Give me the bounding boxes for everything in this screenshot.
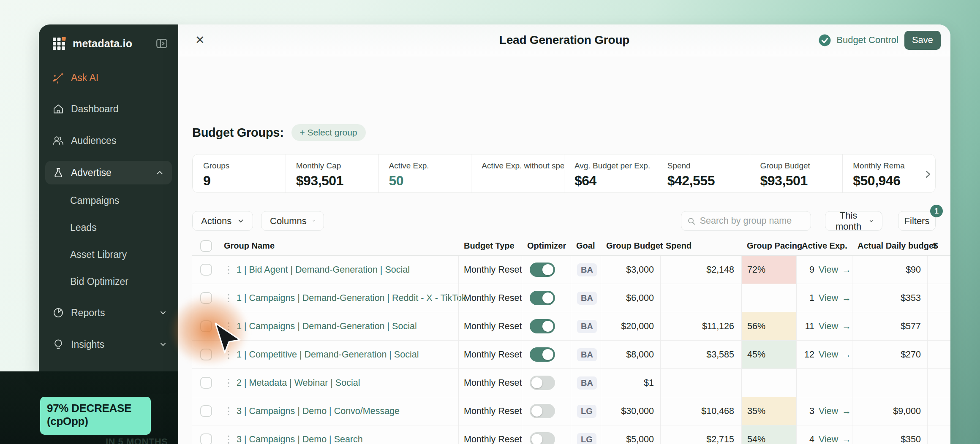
search-input[interactable]: [700, 216, 805, 226]
group-pacing-cell: 54%: [741, 425, 796, 444]
column-header[interactable]: Budget Type: [458, 241, 522, 251]
stat-label: Group Budget: [760, 161, 838, 171]
home-icon: [52, 103, 64, 115]
sidebar-item-label: Insights: [71, 339, 104, 350]
drag-handle-icon[interactable]: ⋮: [220, 369, 237, 397]
drag-handle-icon[interactable]: ⋮: [220, 284, 237, 312]
close-icon[interactable]: ✕: [195, 35, 205, 46]
group-name-link[interactable]: 2 | Metadata | Webinar | Social: [237, 378, 360, 388]
optimizer-toggle[interactable]: [530, 263, 555, 277]
column-header[interactable]: Optimizer: [522, 241, 571, 251]
sidebar-item-audiences[interactable]: Audiences: [39, 130, 178, 152]
column-header[interactable]: Active Exp.: [796, 241, 852, 251]
stat-value: 50: [389, 173, 467, 189]
actions-dropdown[interactable]: Actions: [192, 211, 253, 231]
columns-dropdown[interactable]: Columns: [261, 211, 324, 231]
drag-handle-icon[interactable]: ⋮: [220, 312, 237, 340]
metadata-grid-logo-icon: [52, 37, 66, 50]
group-name-link[interactable]: 1 | Campaigns | Demand-Generation | Redd…: [237, 293, 466, 303]
search-box[interactable]: [681, 211, 811, 231]
stats-scroll-right-icon[interactable]: [924, 170, 932, 179]
select-group-button[interactable]: + Select group: [291, 124, 366, 141]
column-header[interactable]: Actual Daily budget: [852, 241, 927, 251]
row-checkbox[interactable]: [200, 433, 212, 444]
stat-value: 9: [203, 173, 281, 189]
sidebar-item-reports[interactable]: Reports: [39, 302, 178, 324]
column-header[interactable]: Group Budget: [601, 241, 660, 251]
row-checkbox[interactable]: [200, 264, 212, 276]
stat-card: Group Budget $93,501: [750, 154, 843, 192]
group-name-link[interactable]: 3 | Campaigns | Demo | Convo/Message: [237, 406, 400, 417]
toggle-knob: [542, 292, 553, 303]
view-link[interactable]: View →: [819, 349, 851, 360]
budget-type-cell: Monthly Reset: [458, 341, 522, 368]
budget-type-cell: Monthly Reset: [458, 397, 522, 425]
sidebar-item-campaigns[interactable]: Campaigns: [39, 190, 178, 211]
optimizer-toggle[interactable]: [530, 432, 555, 444]
row-checkbox[interactable]: [200, 377, 212, 389]
budget-control-link[interactable]: Budget Control: [836, 35, 898, 46]
spend-cell: $11,126: [660, 312, 741, 340]
view-link[interactable]: View →: [819, 265, 851, 275]
sidebar-item-label: Reports: [71, 307, 105, 319]
sidebar-item-dashboard[interactable]: Dashboard: [39, 98, 178, 120]
budget-type-cell: Monthly Reset: [458, 369, 522, 397]
panel-body: Budget Groups: + Select group Groups 9 M…: [178, 125, 950, 444]
view-link[interactable]: View →: [819, 434, 851, 444]
column-header[interactable]: Goal: [571, 241, 601, 251]
stat-label: Avg. Budget per Exp.: [574, 161, 653, 171]
optimizer-toggle[interactable]: [530, 291, 555, 305]
view-link[interactable]: View →: [819, 293, 851, 303]
stat-label: Spend: [667, 161, 746, 171]
column-header[interactable]: Group Pacing: [741, 241, 796, 251]
optimizer-toggle[interactable]: [530, 347, 555, 362]
group-name-link[interactable]: 1 | Bid Agent | Demand-Generation | Soci…: [237, 265, 410, 275]
row-checkbox[interactable]: [200, 292, 212, 304]
sidebar-item-label: Audiences: [71, 135, 116, 146]
stat-value: $93,501: [760, 173, 838, 189]
select-all-checkbox[interactable]: [200, 240, 212, 252]
row-checkbox[interactable]: [200, 405, 212, 417]
sidebar-item-bid-optimizer[interactable]: Bid Optimizer: [39, 271, 178, 292]
group-budget-cell: $1: [601, 369, 660, 397]
drag-handle-icon[interactable]: ⋮: [220, 425, 237, 444]
column-header[interactable]: S: [927, 241, 950, 251]
collapse-sidebar-icon[interactable]: [155, 37, 168, 50]
goal-badge: BA: [577, 348, 597, 361]
period-dropdown[interactable]: This month: [825, 211, 882, 231]
row-checkbox[interactable]: [200, 320, 212, 332]
view-link[interactable]: View →: [819, 406, 851, 417]
column-header[interactable]: Spend: [660, 241, 741, 251]
group-name-link[interactable]: 1 | Competitive | Demand-Generation | So…: [237, 349, 419, 360]
optimizer-toggle[interactable]: [530, 319, 555, 333]
arrow-right-icon: →: [842, 434, 851, 444]
filters-button[interactable]: Filters: [898, 211, 936, 231]
logo-row: metadata.io: [39, 34, 178, 53]
budget-type-cell: Monthly Reset: [458, 425, 522, 444]
optimizer-toggle[interactable]: [530, 404, 555, 418]
drag-handle-icon[interactable]: ⋮: [220, 341, 237, 368]
sidebar-item-insights[interactable]: Insights: [39, 333, 178, 355]
group-pacing-cell: 56%: [741, 312, 796, 340]
extra-column-cell: [927, 284, 950, 312]
row-checkbox[interactable]: [200, 349, 212, 360]
table-row: ⋮ 1 | Bid Agent | Demand-Generation | So…: [192, 256, 950, 284]
drag-handle-icon[interactable]: ⋮: [220, 256, 237, 284]
pacing-value: 35%: [747, 406, 765, 417]
table-row: ⋮ 3 | Campaigns | Demo | Convo/Message M…: [192, 397, 950, 425]
sidebar-item-asset-library[interactable]: Asset Library: [39, 244, 178, 265]
group-name-link[interactable]: 3 | Campaigns | Demo | Search: [237, 434, 363, 444]
sidebar-item-ask-ai[interactable]: Ask AI: [39, 67, 178, 89]
active-exp-cell: 12 View →: [796, 341, 852, 368]
chevron-down-icon: [313, 217, 315, 225]
group-budget-cell: $30,000: [601, 397, 660, 425]
sidebar-item-leads[interactable]: Leads: [39, 217, 178, 238]
sidebar-item-advertise[interactable]: Advertise: [45, 161, 172, 184]
save-button[interactable]: Save: [904, 31, 941, 50]
view-link[interactable]: View →: [819, 321, 851, 332]
group-name-link[interactable]: 1 | Campaigns | Demand-Generation | Soci…: [237, 321, 417, 332]
column-header[interactable]: Group Name: [220, 241, 458, 251]
optimizer-toggle[interactable]: [530, 376, 555, 390]
drag-handle-icon[interactable]: ⋮: [220, 397, 237, 425]
budget-type-cell: Monthly Reset: [458, 256, 522, 284]
